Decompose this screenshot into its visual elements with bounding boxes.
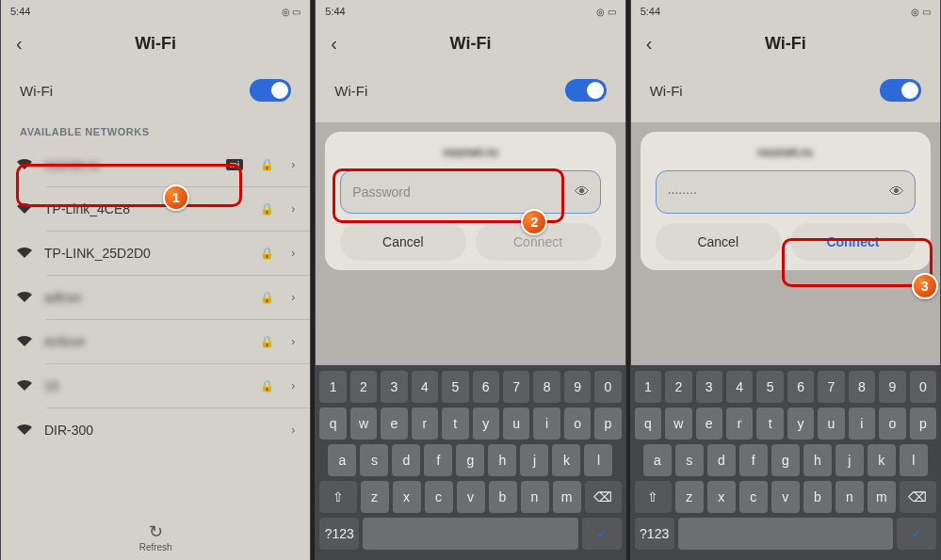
cancel-button[interactable]: Cancel — [340, 223, 465, 261]
network-row[interactable]: 15 🔒 › — [1, 364, 310, 408]
key-9[interactable]: 9 — [564, 371, 591, 403]
eye-icon[interactable]: 👁 — [575, 184, 590, 200]
eye-icon[interactable]: 👁 — [889, 184, 904, 200]
key-1[interactable]: 1 — [319, 371, 346, 403]
key-w[interactable]: w — [665, 408, 691, 440]
key-n[interactable]: n — [836, 481, 864, 513]
key-h[interactable]: h — [803, 444, 832, 476]
key-4[interactable]: 4 — [412, 371, 438, 403]
shift-key[interactable]: ⇧ — [319, 481, 356, 513]
cancel-button[interactable]: Cancel — [656, 223, 781, 261]
key-p[interactable]: p — [594, 408, 621, 440]
key-q[interactable]: q — [319, 408, 346, 440]
key-3[interactable]: 3 — [381, 371, 407, 403]
key-f[interactable]: f — [424, 444, 452, 476]
key-j[interactable]: j — [520, 444, 548, 476]
back-icon[interactable]: ‹ — [646, 33, 653, 55]
key-l[interactable]: l — [900, 444, 928, 476]
connect-button[interactable]: Connect — [790, 223, 916, 261]
network-row[interactable]: TP-Link_4CE8 🔒 › — [1, 187, 310, 231]
key-5[interactable]: 5 — [756, 371, 783, 403]
key-7[interactable]: 7 — [818, 371, 844, 403]
key-k[interactable]: k — [552, 444, 580, 476]
key-i[interactable]: i — [849, 408, 875, 440]
key-n[interactable]: n — [521, 481, 549, 513]
key-8[interactable]: 8 — [849, 371, 875, 403]
key-y[interactable]: y — [473, 408, 499, 440]
key-y[interactable]: y — [787, 408, 814, 440]
key-a[interactable]: a — [328, 444, 356, 476]
key-a[interactable]: a — [643, 444, 672, 476]
back-icon[interactable]: ‹ — [331, 33, 337, 55]
space-key[interactable] — [363, 518, 577, 550]
key-v[interactable]: v — [457, 481, 485, 513]
key-s[interactable]: s — [675, 444, 704, 476]
wifi-toggle[interactable] — [250, 79, 291, 102]
key-6[interactable]: 6 — [787, 371, 814, 403]
key-0[interactable]: 0 — [594, 371, 621, 403]
network-row[interactable]: Artlove 🔒 › — [1, 320, 310, 363]
key-x[interactable]: x — [707, 481, 736, 513]
password-input[interactable] — [340, 170, 600, 214]
network-row[interactable]: DIR-300 › — [1, 408, 310, 452]
key-l[interactable]: l — [584, 444, 612, 476]
key-g[interactable]: g — [456, 444, 484, 476]
key-r[interactable]: r — [726, 408, 753, 440]
key-h[interactable]: h — [488, 444, 516, 476]
symbols-key[interactable]: ?123 — [635, 518, 674, 550]
network-row[interactable]: noznet.ru mi 🔒 › — [1, 143, 310, 186]
network-row[interactable]: adtran 🔒 › — [1, 276, 310, 319]
key-m[interactable]: m — [868, 481, 896, 513]
key-8[interactable]: 8 — [533, 371, 560, 403]
key-p[interactable]: p — [910, 408, 936, 440]
key-0[interactable]: 0 — [910, 371, 936, 403]
enter-key[interactable]: ✓ — [897, 518, 936, 550]
key-z[interactable]: z — [361, 481, 389, 513]
key-f[interactable]: f — [739, 444, 768, 476]
key-b[interactable]: b — [489, 481, 517, 513]
key-o[interactable]: o — [879, 408, 905, 440]
key-b[interactable]: b — [803, 481, 832, 513]
key-d[interactable]: d — [392, 444, 420, 476]
key-u[interactable]: u — [818, 408, 844, 440]
key-g[interactable]: g — [771, 444, 800, 476]
key-4[interactable]: 4 — [726, 371, 753, 403]
back-icon[interactable]: ‹ — [16, 33, 23, 55]
key-e[interactable]: e — [381, 408, 407, 440]
symbols-key[interactable]: ?123 — [319, 518, 359, 550]
backspace-key[interactable]: ⌫ — [585, 481, 622, 513]
shift-key[interactable]: ⇧ — [635, 481, 672, 513]
space-key[interactable] — [678, 518, 893, 550]
key-6[interactable]: 6 — [473, 371, 499, 403]
key-c[interactable]: c — [425, 481, 453, 513]
refresh-button[interactable]: ↻ Refresh — [1, 521, 310, 552]
key-w[interactable]: w — [350, 408, 377, 440]
key-x[interactable]: x — [393, 481, 421, 513]
password-input[interactable] — [656, 170, 916, 214]
key-7[interactable]: 7 — [503, 371, 529, 403]
key-1[interactable]: 1 — [635, 371, 661, 403]
key-v[interactable]: v — [771, 481, 800, 513]
key-s[interactable]: s — [360, 444, 388, 476]
key-q[interactable]: q — [635, 408, 661, 440]
network-row[interactable]: TP-LINK_25D2D0 🔒 › — [1, 232, 310, 275]
key-2[interactable]: 2 — [665, 371, 691, 403]
enter-key[interactable]: ✓ — [582, 518, 622, 550]
key-m[interactable]: m — [553, 481, 581, 513]
key-c[interactable]: c — [739, 481, 768, 513]
key-2[interactable]: 2 — [350, 371, 377, 403]
key-r[interactable]: r — [412, 408, 438, 440]
wifi-toggle[interactable] — [880, 79, 921, 102]
key-k[interactable]: k — [868, 444, 896, 476]
key-9[interactable]: 9 — [879, 371, 905, 403]
key-5[interactable]: 5 — [442, 371, 468, 403]
key-o[interactable]: o — [564, 408, 591, 440]
wifi-toggle[interactable] — [565, 79, 607, 102]
key-z[interactable]: z — [675, 481, 704, 513]
backspace-key[interactable]: ⌫ — [900, 481, 936, 513]
key-t[interactable]: t — [442, 408, 468, 440]
key-3[interactable]: 3 — [696, 371, 722, 403]
key-e[interactable]: e — [696, 408, 722, 440]
key-j[interactable]: j — [836, 444, 864, 476]
key-t[interactable]: t — [756, 408, 783, 440]
